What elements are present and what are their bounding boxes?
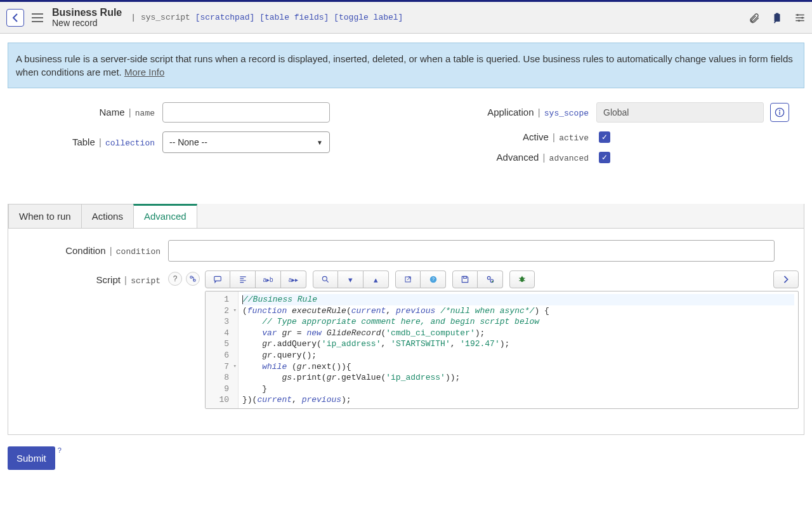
tb-replace-all-icon[interactable]: a▸▸ [281,271,306,288]
submit-help-icon[interactable]: ? [58,446,62,454]
menu-icon[interactable] [32,13,43,22]
editor-toolbar: a▸b a▸▸ ▾ ▴ ? [205,271,799,288]
svg-point-17 [520,277,524,282]
link-scratchpad[interactable]: [scratchpad] [195,13,255,22]
application-field: Global [596,102,764,123]
table-select[interactable]: -- None -- ▼ [162,131,330,153]
submit-button[interactable]: Submit [8,446,55,470]
more-info-link[interactable]: More Info [124,67,164,77]
tb-popout-icon[interactable] [395,271,421,288]
svg-rect-1 [776,13,779,15]
tb-search-icon[interactable] [313,271,338,288]
svg-point-14 [487,276,490,279]
clipboard-icon[interactable] [771,12,783,23]
name-input[interactable] [162,102,330,123]
info-banner: A business rule is a server-side script … [8,43,804,88]
tb-diff-icon[interactable] [478,271,503,288]
active-checkbox[interactable]: ✓ [599,131,610,143]
link-toggle-label[interactable]: [toggle label] [334,13,403,22]
svg-point-4 [798,20,800,22]
condition-input[interactable] [168,240,775,262]
advanced-checkbox[interactable]: ✓ [599,152,610,163]
form-header: Business Rule New record | sys_script [s… [0,2,812,34]
settings-icon[interactable] [794,12,806,23]
script-tree-icon[interactable] [186,272,200,286]
chevron-down-icon: ▼ [317,139,323,146]
tb-comment-icon[interactable] [205,271,230,288]
tb-debug-icon[interactable] [509,271,535,288]
chevron-left-icon [12,13,18,22]
tb-help-icon[interactable]: ? [421,271,446,288]
tab-actions[interactable]: Actions [81,204,134,228]
tb-search-up-icon[interactable]: ▴ [363,271,389,288]
svg-point-9 [322,276,327,281]
tb-save-icon[interactable] [452,271,478,288]
svg-rect-7 [779,112,780,115]
title-block: Business Rule New record [52,7,122,28]
sys-path: | sys_script [scratchpad] [table fields]… [131,13,403,22]
svg-rect-0 [775,14,780,22]
script-help-icon[interactable]: ? [168,272,182,286]
attachment-icon[interactable] [749,12,760,23]
application-info-button[interactable] [770,103,789,122]
svg-point-16 [492,281,493,282]
tb-search-down-icon[interactable]: ▾ [338,271,363,288]
svg-point-6 [779,110,780,111]
link-table-fields[interactable]: [table fields] [259,13,329,22]
form-subtitle: New record [52,18,122,28]
svg-text:?: ? [432,277,435,281]
svg-point-3 [801,17,803,18]
tb-format-icon[interactable] [230,271,256,288]
tab-when-to-run[interactable]: When to run [8,204,82,228]
form-title: Business Rule [52,7,122,18]
svg-rect-13 [464,276,467,278]
tab-bar: When to run Actions Advanced [8,204,804,228]
svg-rect-8 [214,276,221,281]
back-button[interactable] [6,9,24,27]
tb-run-button[interactable] [773,271,799,288]
tb-replace-icon[interactable]: a▸b [256,271,281,288]
svg-point-2 [797,14,799,16]
script-editor[interactable]: 1▾23456▾78910 //Business Rule(function e… [205,291,799,409]
tab-advanced[interactable]: Advanced [133,204,197,228]
